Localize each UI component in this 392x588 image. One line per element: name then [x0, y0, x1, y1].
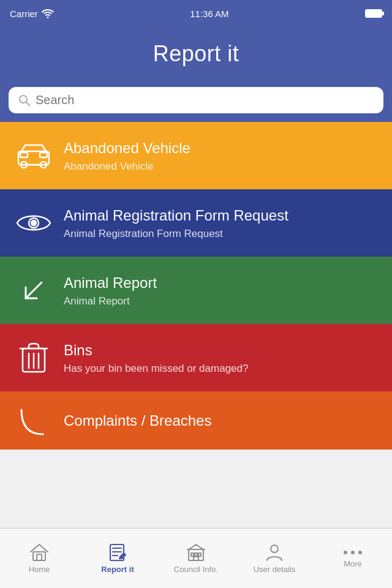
- tab-home[interactable]: Home: [0, 529, 78, 588]
- item-title-bins: Bins: [64, 341, 380, 360]
- search-input[interactable]: [36, 93, 374, 107]
- list-item-animal-report[interactable]: Animal Report Animal Report: [0, 257, 392, 324]
- svg-rect-26: [195, 553, 197, 556]
- item-title-animal-registration: Animal Registration Form Request: [64, 206, 380, 225]
- item-title-complaints: Complaints / Breaches: [64, 411, 380, 430]
- svg-point-30: [344, 551, 347, 554]
- tab-council-info-label: Council Info.: [174, 565, 218, 574]
- tab-more[interactable]: More: [314, 529, 392, 588]
- dots-icon: [343, 549, 363, 556]
- wifi-icon: [42, 9, 54, 18]
- list-item-complaints[interactable]: Complaints / Breaches: [0, 391, 392, 450]
- svg-line-1: [26, 102, 30, 106]
- svg-rect-3: [20, 153, 28, 157]
- svg-point-29: [271, 545, 278, 552]
- svg-marker-24: [189, 545, 203, 549]
- person-icon: [266, 543, 283, 562]
- battery-icon: [365, 9, 382, 18]
- eye-icon: [12, 211, 55, 235]
- item-text-animal-registration: Animal Registration Form Request Animal …: [55, 206, 380, 239]
- svg-rect-28: [194, 557, 198, 560]
- bin-icon: [12, 341, 55, 375]
- item-subtitle-animal-registration: Animal Registration Form Request: [64, 228, 380, 240]
- search-icon: [18, 94, 31, 107]
- svg-rect-4: [40, 153, 47, 157]
- svg-point-31: [351, 551, 355, 554]
- svg-rect-16: [33, 552, 45, 560]
- item-text-bins: Bins Has your bin been missed or damaged…: [55, 341, 380, 374]
- svg-rect-17: [37, 554, 42, 560]
- svg-rect-27: [198, 553, 201, 556]
- carrier-label: Carrier: [10, 9, 38, 19]
- search-bar[interactable]: [9, 87, 383, 113]
- svg-point-0: [20, 96, 27, 103]
- tab-bar: Home Report it C: [0, 528, 392, 588]
- content-area: Abandoned Vehicle Abandoned Vehicle Anim…: [0, 122, 392, 527]
- tab-more-label: More: [344, 559, 362, 568]
- svg-rect-25: [191, 553, 194, 556]
- svg-point-9: [31, 221, 36, 225]
- svg-line-10: [26, 282, 42, 298]
- home-icon: [29, 543, 49, 562]
- status-bar: Carrier 11:36 AM: [0, 0, 392, 27]
- tab-council-info[interactable]: Council Info.: [157, 529, 235, 588]
- item-subtitle-abandoned-vehicle: Abandoned Vehicle: [64, 160, 380, 173]
- item-text-complaints: Complaints / Breaches: [55, 411, 380, 430]
- car-icon: [12, 140, 55, 171]
- item-subtitle-bins: Has your bin been missed or damaged?: [64, 363, 380, 375]
- search-container: [0, 81, 392, 122]
- building-icon: [186, 543, 206, 562]
- time-display: 11:36 AM: [190, 9, 228, 19]
- curve-icon: [12, 404, 55, 437]
- carrier-info: Carrier: [10, 9, 54, 19]
- tab-home-label: Home: [29, 565, 50, 574]
- item-title-animal-report: Animal Report: [64, 273, 380, 292]
- list-item-bins[interactable]: Bins Has your bin been missed or damaged…: [0, 324, 392, 391]
- list-item-abandoned-vehicle[interactable]: Abandoned Vehicle Abandoned Vehicle: [0, 122, 392, 189]
- item-text-animal-report: Animal Report Animal Report: [55, 273, 380, 307]
- item-text-abandoned-vehicle: Abandoned Vehicle Abandoned Vehicle: [55, 138, 380, 172]
- page-title: Report it: [153, 41, 239, 67]
- item-subtitle-animal-report: Animal Report: [64, 295, 380, 307]
- edit-icon: [108, 543, 127, 562]
- svg-point-32: [358, 551, 362, 554]
- tab-user-details-label: User details: [254, 565, 296, 574]
- tab-user-details[interactable]: User details: [235, 529, 314, 588]
- arrow-down-left-icon: [12, 275, 55, 306]
- nav-bar: Report it: [0, 27, 392, 81]
- tab-report-it[interactable]: Report it: [78, 529, 157, 588]
- item-title-abandoned-vehicle: Abandoned Vehicle: [64, 138, 380, 157]
- tab-report-it-label: Report it: [101, 565, 134, 574]
- list-item-animal-registration[interactable]: Animal Registration Form Request Animal …: [0, 189, 392, 257]
